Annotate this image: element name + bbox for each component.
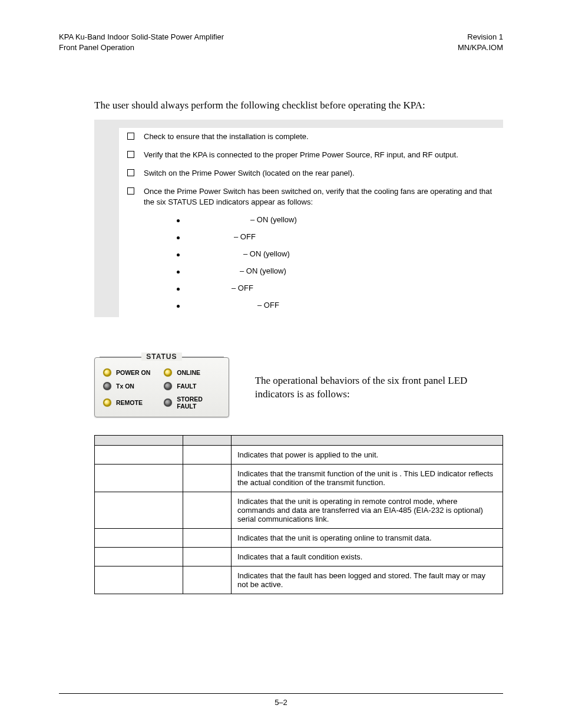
- table-row: Indicates that the fault has been logged…: [95, 566, 503, 594]
- checklist-header-bar: [119, 120, 503, 128]
- page-header: KPA Ku-Band Indoor Solid-State Power Amp…: [59, 32, 503, 52]
- th-color: [183, 436, 232, 446]
- led-icon: [164, 368, 172, 377]
- sub-item: – OFF: [177, 297, 498, 314]
- checklist-text: Switch on the Prime Power Switch (locate…: [144, 168, 355, 179]
- checklist-item: Once the Prime Power Switch has been swi…: [119, 183, 503, 318]
- sub-item: – OFF: [177, 229, 498, 246]
- checklist: Check to ensure that the installation is…: [94, 120, 503, 317]
- led-fault: FAULT: [164, 382, 220, 390]
- page-number: 5–2: [0, 698, 562, 707]
- status-panel-figure: STATUS POWER ON ONLINE Tx ON FAULT REMOT…: [94, 357, 229, 417]
- status-title: STATUS: [141, 353, 181, 361]
- checklist-text: Once the Prime Power Switch has been swi…: [144, 187, 492, 207]
- bullet-icon: [177, 288, 180, 291]
- led-online: ONLINE: [164, 368, 220, 377]
- led-power-on: POWER ON: [103, 368, 159, 377]
- bullet-icon: [177, 271, 180, 274]
- checklist-item: Check to ensure that the installation is…: [119, 128, 503, 146]
- bullet-icon: [177, 236, 180, 239]
- table-row: Indicates that the unit is operating onl…: [95, 529, 503, 548]
- footer-rule: [59, 693, 503, 694]
- checklist-item: Switch on the Prime Power Switch (locate…: [119, 164, 503, 183]
- bullet-icon: [177, 253, 180, 256]
- sub-item: – ON (yellow): [177, 246, 498, 263]
- figure-row: STATUS POWER ON ONLINE Tx ON FAULT REMOT…: [94, 357, 503, 417]
- led-stored-fault: STORED FAULT: [164, 396, 220, 410]
- table-row: Indicates that power is applied to the u…: [95, 446, 503, 465]
- led-status-sublist: – ON (yellow) – OFF – ON (yellow) – ON (…: [177, 212, 498, 314]
- checklist-item: Verify that the KPA is connected to the …: [119, 146, 503, 164]
- header-left: KPA Ku-Band Indoor Solid-State Power Amp…: [59, 32, 224, 52]
- led-icon: [164, 398, 172, 407]
- figure-caption: The operational behaviors of the six fro…: [255, 374, 503, 402]
- th-led: [95, 436, 183, 446]
- led-icon: [103, 398, 111, 407]
- checklist-text: Verify that the KPA is connected to the …: [144, 150, 458, 161]
- led-behavior-table: Indicates that power is applied to the u…: [94, 435, 503, 594]
- led-icon: [164, 382, 172, 390]
- header-right: Revision 1MN/KPA.IOM: [458, 32, 503, 52]
- led-icon: [103, 368, 111, 377]
- led-icon: [103, 382, 111, 390]
- led-tx-on: Tx ON: [103, 382, 159, 390]
- intro-text: The user should always perform the follo…: [94, 100, 503, 111]
- table-row: Indicates that a fault condition exists.: [95, 548, 503, 566]
- sub-item: – OFF: [177, 280, 498, 297]
- table-row: Indicates that the transmit function of …: [95, 465, 503, 492]
- step-column: [94, 120, 119, 317]
- checkbox-icon: [127, 151, 134, 158]
- checklist-text: Check to ensure that the installation is…: [144, 131, 309, 143]
- bullet-icon: [177, 219, 180, 222]
- checkbox-icon: [127, 133, 134, 140]
- bullet-icon: [177, 305, 180, 308]
- led-remote: REMOTE: [103, 396, 159, 410]
- sub-item: – ON (yellow): [177, 212, 498, 229]
- table-row: Indicates that the unit is operating in …: [95, 492, 503, 529]
- sub-item: – ON (yellow): [177, 263, 498, 280]
- th-desc: [232, 436, 503, 446]
- checkbox-icon: [127, 169, 134, 176]
- checkbox-icon: [127, 187, 134, 195]
